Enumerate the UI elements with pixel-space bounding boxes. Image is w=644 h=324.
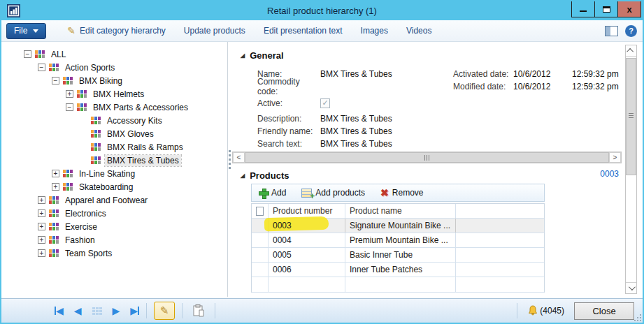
- table-row-empty: [252, 277, 544, 293]
- table-row[interactable]: 0004 Premium Mountain Bike ...: [252, 233, 544, 248]
- layout-pane-icon[interactable]: [605, 26, 618, 36]
- close-icon: x: [627, 5, 631, 14]
- menu-item-update-products[interactable]: Update products: [184, 26, 245, 36]
- menu-item-label: Images: [361, 26, 388, 36]
- grid-view-icon[interactable]: [92, 307, 102, 315]
- edit-mode-button[interactable]: ✎: [154, 302, 175, 320]
- tree-expander-icon[interactable]: +: [38, 223, 45, 230]
- tree-item[interactable]: + BMX Helmets: [4, 87, 225, 101]
- vertical-scroll-thumb[interactable]: [626, 58, 636, 175]
- collapse-triangle-icon: ◢: [241, 172, 245, 179]
- table-row[interactable]: 0003 Signature Mountain Bike ...: [252, 219, 544, 233]
- tree-expander-icon[interactable]: −: [38, 64, 45, 71]
- table-row[interactable]: 0006 Inner Tube Patches: [252, 263, 544, 277]
- modified-date-value: 10/6/2012: [513, 82, 572, 91]
- scroll-left-button[interactable]: <: [233, 152, 245, 163]
- tree-item[interactable]: + Electronics: [4, 207, 225, 220]
- tree-item[interactable]: + In-Line Skating: [4, 167, 225, 180]
- friendly-name-value[interactable]: BMX Tires & Tubes: [320, 126, 392, 136]
- table-row[interactable]: 0005 Basic Inner Tube: [252, 248, 544, 263]
- name-value[interactable]: BMX Tires & Tubes: [320, 69, 392, 79]
- next-record-button[interactable]: ▶: [113, 306, 120, 316]
- menu-item-images[interactable]: Images: [361, 26, 388, 36]
- column-header-product-number[interactable]: Product number: [269, 204, 345, 218]
- active-checkbox: ✓: [320, 98, 330, 108]
- tree-item[interactable]: Accessory Kits: [4, 114, 225, 127]
- select-all-checkbox[interactable]: [256, 207, 264, 216]
- previous-record-button[interactable]: ◀: [74, 306, 82, 316]
- file-menu-button[interactable]: File: [6, 23, 46, 39]
- tree-item[interactable]: + Team Sports: [4, 246, 225, 260]
- activated-date-label: Activated date:: [453, 69, 513, 79]
- tree-item[interactable]: − ALL: [4, 47, 225, 61]
- tree-item[interactable]: − BMX Parts & Accessories: [4, 101, 225, 114]
- menu-item-edit-presentation-text[interactable]: Edit presentation text: [264, 26, 343, 36]
- menu-item-videos[interactable]: Videos: [406, 26, 431, 36]
- tree-item[interactable]: BMX Gloves: [4, 127, 225, 140]
- tree-expander-icon[interactable]: +: [38, 209, 45, 217]
- description-label: Description:: [257, 114, 320, 124]
- notifications-indicator[interactable]: (4045): [527, 305, 564, 316]
- category-icon: [91, 156, 101, 164]
- tree-expander-icon[interactable]: +: [38, 249, 45, 257]
- horizontal-scroll-thumb[interactable]: [245, 152, 609, 163]
- category-icon: [35, 50, 45, 58]
- panel-splitter[interactable]: [227, 42, 231, 297]
- tree-item-label: Accessory Kits: [105, 115, 164, 126]
- table-header-row: Product number Product name: [252, 204, 544, 219]
- column-header-product-name[interactable]: Product name: [345, 204, 456, 218]
- horizontal-scrollbar[interactable]: < >: [232, 152, 622, 163]
- pencil-icon: ✎: [67, 25, 76, 36]
- vertical-scrollbar[interactable]: [625, 45, 637, 294]
- tree-expander-icon[interactable]: +: [38, 196, 45, 204]
- remove-button-label: Remove: [392, 188, 424, 198]
- tree-item[interactable]: + Exercise: [4, 220, 225, 233]
- tree-expander-icon[interactable]: +: [66, 90, 73, 98]
- tree-expander-icon[interactable]: −: [52, 77, 59, 84]
- tree-item-label: BMX Helmets: [91, 89, 146, 100]
- remove-button[interactable]: ✖ Remove: [380, 187, 423, 198]
- search-text-label: Search text:: [257, 139, 320, 149]
- tree-item[interactable]: − Action Sports: [4, 61, 225, 74]
- products-section-header[interactable]: ◢ Products: [241, 170, 289, 181]
- category-icon: [49, 223, 59, 230]
- category-icon: [77, 90, 87, 98]
- title-bar[interactable]: Retail product hierarchy (1) x: [1, 1, 643, 20]
- close-window-button[interactable]: x: [617, 1, 641, 17]
- tree-expander-icon[interactable]: −: [24, 50, 31, 58]
- tree-expander-icon[interactable]: −: [66, 103, 73, 111]
- tree-expander-icon[interactable]: +: [38, 236, 45, 244]
- tree-item[interactable]: BMX Rails & Ramps: [4, 140, 225, 154]
- last-record-button[interactable]: ▶: [130, 306, 139, 316]
- minimize-button[interactable]: [571, 1, 595, 17]
- paste-button[interactable]: [189, 302, 208, 320]
- add-products-button[interactable]: Add products: [301, 188, 365, 198]
- scroll-up-button[interactable]: [626, 45, 636, 57]
- tree-expander-icon[interactable]: +: [52, 183, 59, 191]
- search-text-value[interactable]: BMX Tires & Tubes: [320, 139, 392, 149]
- tree-item[interactable]: + Apparel and Footwear: [4, 193, 225, 207]
- tree-item-label: BMX Gloves: [105, 128, 156, 140]
- tree-item[interactable]: + Skateboarding: [4, 180, 225, 193]
- description-value[interactable]: BMX Tires & Tubes: [320, 114, 392, 124]
- tree-item[interactable]: BMX Tires & Tubes: [4, 154, 225, 167]
- scroll-down-button[interactable]: [626, 282, 636, 293]
- tree-expander-icon[interactable]: +: [52, 170, 59, 177]
- close-button[interactable]: Close: [574, 302, 634, 320]
- first-record-button[interactable]: ◀: [55, 306, 64, 316]
- tree-item[interactable]: − BMX Biking: [4, 74, 225, 87]
- resize-grip[interactable]: [633, 313, 641, 321]
- product-ref-link[interactable]: 0003: [600, 169, 619, 179]
- add-button[interactable]: Add: [259, 188, 286, 198]
- chevron-up-icon: [627, 48, 634, 55]
- menu-item-edit-category-hierarchy[interactable]: ✎ Edit category hierarchy: [67, 25, 165, 36]
- scroll-right-button[interactable]: >: [609, 152, 621, 163]
- help-icon[interactable]: ?: [625, 25, 637, 37]
- product-number-cell: 0006: [273, 265, 292, 274]
- menu-item-label: Edit presentation text: [264, 26, 343, 36]
- tree-item[interactable]: + Fashion: [4, 233, 225, 246]
- maximize-button[interactable]: [594, 1, 618, 17]
- general-section-title: General: [250, 50, 283, 61]
- general-section-header[interactable]: ◢ General: [241, 50, 284, 61]
- tree-item-label: BMX Biking: [77, 75, 124, 87]
